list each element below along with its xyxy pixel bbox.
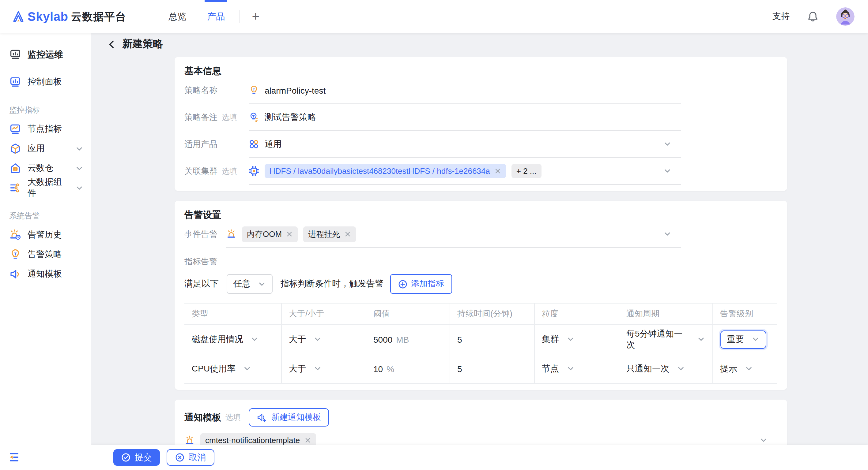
nav-tabs: 总览 产品 +	[158, 0, 268, 33]
level-select[interactable]: 提示	[720, 363, 752, 374]
cluster-select[interactable]: HDFS / lava50dailybasictest468230testHDF…	[249, 158, 681, 185]
granularity-value: 集群	[542, 334, 559, 345]
table-header-row: 类型 大于/小于 阈值 持续时间(分钟) 粒度 通知周期 告警级别	[184, 303, 777, 325]
new-template-button[interactable]: 新建通知模板	[249, 408, 329, 427]
metrics-table: 类型 大于/小于 阈值 持续时间(分钟) 粒度 通知周期 告警级别 磁盘使用情况…	[184, 303, 777, 384]
sidebar-item-notify-template[interactable]: 通知模板	[0, 264, 91, 284]
col-duration: 持续时间(分钟)	[450, 303, 534, 325]
type-select[interactable]: CPU使用率	[192, 363, 251, 374]
optional-badge: 选填	[225, 412, 241, 423]
back-icon[interactable]	[106, 39, 117, 49]
sidebar-item-label: 通知模板	[28, 269, 62, 280]
sidebar-item-bigdata-components[interactable]: 大数据组件	[0, 178, 91, 198]
siren-icon	[184, 435, 195, 445]
sidebar-item-app[interactable]: 应用	[0, 139, 91, 159]
warehouse-icon	[9, 162, 22, 174]
sidebar-item-alert-policy[interactable]: 告警策略	[0, 245, 91, 264]
policy-name-input[interactable]: alarmPolicy-test	[265, 86, 326, 95]
tab-product[interactable]: 产品	[197, 0, 236, 33]
table-row: CPU使用率 大于 10% 5 节点 只通知一次 提示	[184, 354, 777, 383]
sidebar-item-node-metrics[interactable]: 节点指标	[0, 119, 91, 139]
threshold-input[interactable]: 10	[373, 364, 383, 374]
sidebar-item-label: 告警历史	[28, 230, 62, 240]
table-row: 磁盘使用情况 大于 5000MB 5 集群 每5分钟通知一次 重要	[184, 325, 777, 354]
circle-check-icon	[121, 453, 130, 462]
sidebar-item-label: 大数据组件	[28, 177, 69, 199]
nav-right: 支持	[772, 7, 855, 26]
chevron-down-icon[interactable]	[760, 436, 768, 444]
granularity-select[interactable]: 节点	[542, 363, 574, 374]
metric-alarm-label: 指标告警	[184, 257, 777, 267]
lightbulb-icon	[249, 85, 259, 96]
cycle-select[interactable]: 每5分钟通知一次	[626, 328, 705, 350]
section-title: 基本信息	[184, 65, 777, 77]
type-select[interactable]: 磁盘使用情况	[192, 334, 258, 345]
sidebar: 监控运维 控制面板 监控指标 节点指标 应用 云数仓 大数据组件 系统告警	[0, 33, 91, 470]
condition-select[interactable]: 任意	[227, 274, 273, 294]
col-cycle: 通知周期	[619, 303, 712, 325]
close-icon[interactable]	[286, 231, 293, 237]
product-value: 通用	[265, 139, 282, 149]
chevron-down-icon	[258, 280, 266, 288]
cluster-tag-label: HDFS / lava50dailybasictest468230testHDF…	[270, 166, 490, 176]
granularity-select[interactable]: 集群	[542, 334, 574, 345]
avatar[interactable]	[836, 7, 855, 26]
sidebar-item-label: 监控运维	[28, 49, 63, 60]
app-window: Skylab 云数据平台 总览 产品 + 支持 监控运维 控制面板 监控指标 节…	[0, 0, 868, 470]
add-metric-label: 添加指标	[411, 278, 444, 290]
operator-select[interactable]: 大于	[289, 363, 321, 374]
chevron-down-icon	[75, 145, 83, 153]
submit-button[interactable]: 提交	[113, 449, 160, 466]
tab-overview[interactable]: 总览	[158, 0, 197, 33]
policy-note-input[interactable]: 测试告警策略	[265, 112, 316, 123]
sidebar-item-monitor-ops[interactable]: 监控运维	[0, 45, 91, 64]
sidebar-item-label: 控制面板	[28, 76, 62, 88]
threshold-input[interactable]: 5000	[373, 334, 392, 344]
chevron-down-icon	[566, 365, 574, 373]
policy-note-field[interactable]: 测试告警策略	[249, 104, 681, 131]
cycle-select[interactable]: 只通知一次	[626, 363, 685, 374]
collapse-sidebar-icon[interactable]	[8, 451, 20, 463]
duration-input[interactable]: 5	[457, 334, 462, 344]
support-link[interactable]: 支持	[772, 11, 789, 22]
chevron-down-icon	[745, 365, 752, 373]
lightbulb-icon	[9, 248, 22, 261]
add-tab-button[interactable]: +	[244, 9, 268, 24]
cancel-label: 取消	[189, 452, 206, 463]
event-tag: 进程挂死	[303, 226, 356, 242]
bell-icon[interactable]	[807, 10, 819, 23]
chevron-down-icon	[751, 335, 759, 343]
event-alarm-select[interactable]: 内存OOM 进程挂死	[226, 221, 681, 248]
close-icon[interactable]	[304, 437, 311, 444]
sidebar-item-control-panel[interactable]: 控制面板	[0, 72, 91, 92]
policy-name-field[interactable]: alarmPolicy-test	[249, 77, 681, 104]
dashboard-icon	[9, 76, 22, 88]
monitor-chart-icon	[9, 48, 22, 61]
brand-logo[interactable]: Skylab 云数据平台	[12, 9, 126, 24]
cluster-more-tag[interactable]: + 2 ...	[512, 164, 541, 178]
duration-input[interactable]: 5	[457, 364, 462, 374]
section-title: 通知模板	[184, 411, 221, 423]
chevron-down-icon[interactable]	[663, 140, 671, 148]
close-icon[interactable]	[344, 231, 351, 237]
line-chart-icon	[9, 123, 22, 135]
add-metric-button[interactable]: 添加指标	[390, 274, 452, 294]
sidebar-item-cloud-warehouse[interactable]: 云数仓	[0, 159, 91, 178]
close-icon[interactable]	[494, 168, 501, 174]
sidebar-section-metrics: 监控指标	[9, 105, 91, 116]
chevron-down-icon	[251, 335, 258, 343]
sidebar-item-alert-history[interactable]: 告警历史	[0, 225, 91, 245]
product-select[interactable]: 通用	[249, 131, 681, 158]
condition-suffix: 指标判断条件时，触发告警	[281, 278, 383, 290]
label-text: 关联集群	[184, 166, 217, 177]
threshold-unit: %	[386, 364, 394, 374]
chevron-down-icon[interactable]	[663, 167, 671, 175]
level-value: 重要	[727, 334, 744, 345]
speaker-plus-icon	[257, 412, 267, 423]
cancel-button[interactable]: 取消	[166, 449, 214, 466]
product-circles-icon	[249, 139, 259, 149]
level-select-focused[interactable]: 重要	[720, 330, 766, 348]
chip-icon	[249, 166, 259, 176]
operator-select[interactable]: 大于	[289, 334, 321, 345]
chevron-down-icon[interactable]	[663, 230, 671, 238]
